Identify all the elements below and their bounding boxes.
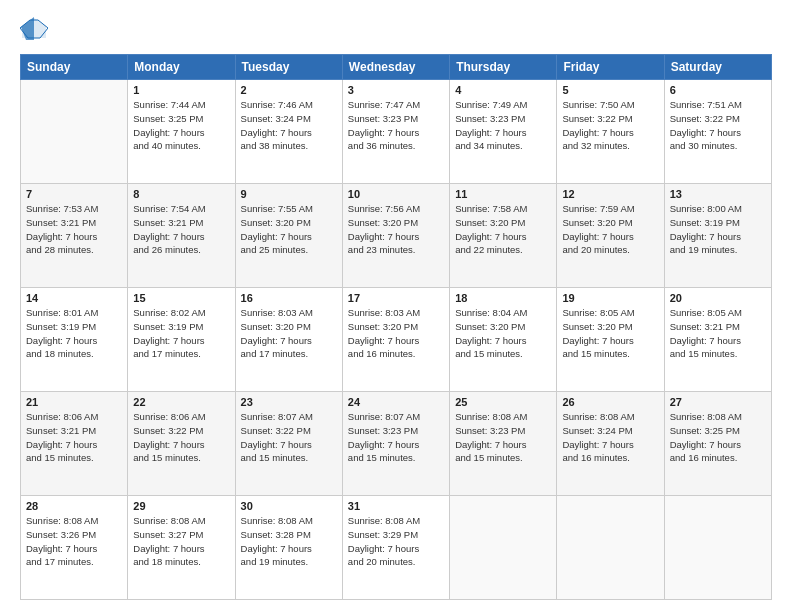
day-number: 28 — [26, 500, 122, 512]
day-number: 13 — [670, 188, 766, 200]
calendar-cell: 25Sunrise: 8:08 AMSunset: 3:23 PMDayligh… — [450, 392, 557, 496]
calendar-cell: 22Sunrise: 8:06 AMSunset: 3:22 PMDayligh… — [128, 392, 235, 496]
day-info: Sunrise: 7:46 AMSunset: 3:24 PMDaylight:… — [241, 98, 337, 153]
calendar-cell: 23Sunrise: 8:07 AMSunset: 3:22 PMDayligh… — [235, 392, 342, 496]
day-info: Sunrise: 7:49 AMSunset: 3:23 PMDaylight:… — [455, 98, 551, 153]
day-number: 25 — [455, 396, 551, 408]
logo — [20, 16, 52, 44]
day-number: 8 — [133, 188, 229, 200]
day-number: 9 — [241, 188, 337, 200]
week-row-5: 28Sunrise: 8:08 AMSunset: 3:26 PMDayligh… — [21, 496, 772, 600]
day-info: Sunrise: 8:08 AMSunset: 3:27 PMDaylight:… — [133, 514, 229, 569]
day-number: 6 — [670, 84, 766, 96]
calendar-cell: 3Sunrise: 7:47 AMSunset: 3:23 PMDaylight… — [342, 80, 449, 184]
week-row-4: 21Sunrise: 8:06 AMSunset: 3:21 PMDayligh… — [21, 392, 772, 496]
week-row-1: 1Sunrise: 7:44 AMSunset: 3:25 PMDaylight… — [21, 80, 772, 184]
calendar-cell: 4Sunrise: 7:49 AMSunset: 3:23 PMDaylight… — [450, 80, 557, 184]
calendar: SundayMondayTuesdayWednesdayThursdayFrid… — [20, 54, 772, 600]
day-number: 20 — [670, 292, 766, 304]
day-number: 14 — [26, 292, 122, 304]
day-info: Sunrise: 8:02 AMSunset: 3:19 PMDaylight:… — [133, 306, 229, 361]
day-info: Sunrise: 8:00 AMSunset: 3:19 PMDaylight:… — [670, 202, 766, 257]
day-info: Sunrise: 7:56 AMSunset: 3:20 PMDaylight:… — [348, 202, 444, 257]
weekday-header-saturday: Saturday — [664, 55, 771, 80]
page: SundayMondayTuesdayWednesdayThursdayFrid… — [0, 0, 792, 612]
weekday-header-thursday: Thursday — [450, 55, 557, 80]
day-info: Sunrise: 8:06 AMSunset: 3:22 PMDaylight:… — [133, 410, 229, 465]
day-info: Sunrise: 7:59 AMSunset: 3:20 PMDaylight:… — [562, 202, 658, 257]
day-number: 5 — [562, 84, 658, 96]
weekday-header-friday: Friday — [557, 55, 664, 80]
calendar-cell — [557, 496, 664, 600]
calendar-cell: 9Sunrise: 7:55 AMSunset: 3:20 PMDaylight… — [235, 184, 342, 288]
header — [20, 16, 772, 44]
day-number: 30 — [241, 500, 337, 512]
calendar-cell: 28Sunrise: 8:08 AMSunset: 3:26 PMDayligh… — [21, 496, 128, 600]
weekday-header-monday: Monday — [128, 55, 235, 80]
weekday-row: SundayMondayTuesdayWednesdayThursdayFrid… — [21, 55, 772, 80]
weekday-header-sunday: Sunday — [21, 55, 128, 80]
day-number: 21 — [26, 396, 122, 408]
day-info: Sunrise: 7:44 AMSunset: 3:25 PMDaylight:… — [133, 98, 229, 153]
day-info: Sunrise: 8:08 AMSunset: 3:23 PMDaylight:… — [455, 410, 551, 465]
day-number: 22 — [133, 396, 229, 408]
calendar-cell: 17Sunrise: 8:03 AMSunset: 3:20 PMDayligh… — [342, 288, 449, 392]
calendar-cell — [450, 496, 557, 600]
calendar-cell: 7Sunrise: 7:53 AMSunset: 3:21 PMDaylight… — [21, 184, 128, 288]
day-number: 2 — [241, 84, 337, 96]
day-info: Sunrise: 8:03 AMSunset: 3:20 PMDaylight:… — [241, 306, 337, 361]
calendar-cell: 5Sunrise: 7:50 AMSunset: 3:22 PMDaylight… — [557, 80, 664, 184]
day-info: Sunrise: 8:07 AMSunset: 3:22 PMDaylight:… — [241, 410, 337, 465]
calendar-cell: 15Sunrise: 8:02 AMSunset: 3:19 PMDayligh… — [128, 288, 235, 392]
calendar-cell: 20Sunrise: 8:05 AMSunset: 3:21 PMDayligh… — [664, 288, 771, 392]
calendar-cell: 11Sunrise: 7:58 AMSunset: 3:20 PMDayligh… — [450, 184, 557, 288]
day-info: Sunrise: 7:51 AMSunset: 3:22 PMDaylight:… — [670, 98, 766, 153]
day-info: Sunrise: 8:06 AMSunset: 3:21 PMDaylight:… — [26, 410, 122, 465]
calendar-cell: 2Sunrise: 7:46 AMSunset: 3:24 PMDaylight… — [235, 80, 342, 184]
day-info: Sunrise: 7:55 AMSunset: 3:20 PMDaylight:… — [241, 202, 337, 257]
day-info: Sunrise: 8:07 AMSunset: 3:23 PMDaylight:… — [348, 410, 444, 465]
day-info: Sunrise: 7:47 AMSunset: 3:23 PMDaylight:… — [348, 98, 444, 153]
day-info: Sunrise: 7:54 AMSunset: 3:21 PMDaylight:… — [133, 202, 229, 257]
calendar-cell: 21Sunrise: 8:06 AMSunset: 3:21 PMDayligh… — [21, 392, 128, 496]
day-number: 11 — [455, 188, 551, 200]
calendar-body: 1Sunrise: 7:44 AMSunset: 3:25 PMDaylight… — [21, 80, 772, 600]
calendar-cell — [664, 496, 771, 600]
day-number: 27 — [670, 396, 766, 408]
day-number: 1 — [133, 84, 229, 96]
week-row-3: 14Sunrise: 8:01 AMSunset: 3:19 PMDayligh… — [21, 288, 772, 392]
day-number: 19 — [562, 292, 658, 304]
calendar-cell: 31Sunrise: 8:08 AMSunset: 3:29 PMDayligh… — [342, 496, 449, 600]
day-info: Sunrise: 8:08 AMSunset: 3:29 PMDaylight:… — [348, 514, 444, 569]
day-info: Sunrise: 8:03 AMSunset: 3:20 PMDaylight:… — [348, 306, 444, 361]
calendar-cell: 29Sunrise: 8:08 AMSunset: 3:27 PMDayligh… — [128, 496, 235, 600]
calendar-header: SundayMondayTuesdayWednesdayThursdayFrid… — [21, 55, 772, 80]
day-number: 26 — [562, 396, 658, 408]
calendar-cell: 24Sunrise: 8:07 AMSunset: 3:23 PMDayligh… — [342, 392, 449, 496]
day-info: Sunrise: 8:05 AMSunset: 3:20 PMDaylight:… — [562, 306, 658, 361]
logo-icon — [20, 16, 48, 44]
day-info: Sunrise: 7:50 AMSunset: 3:22 PMDaylight:… — [562, 98, 658, 153]
calendar-cell — [21, 80, 128, 184]
day-info: Sunrise: 8:04 AMSunset: 3:20 PMDaylight:… — [455, 306, 551, 361]
day-info: Sunrise: 8:01 AMSunset: 3:19 PMDaylight:… — [26, 306, 122, 361]
calendar-cell: 16Sunrise: 8:03 AMSunset: 3:20 PMDayligh… — [235, 288, 342, 392]
calendar-cell: 26Sunrise: 8:08 AMSunset: 3:24 PMDayligh… — [557, 392, 664, 496]
day-number: 15 — [133, 292, 229, 304]
weekday-header-wednesday: Wednesday — [342, 55, 449, 80]
day-info: Sunrise: 8:08 AMSunset: 3:24 PMDaylight:… — [562, 410, 658, 465]
week-row-2: 7Sunrise: 7:53 AMSunset: 3:21 PMDaylight… — [21, 184, 772, 288]
weekday-header-tuesday: Tuesday — [235, 55, 342, 80]
day-number: 18 — [455, 292, 551, 304]
day-info: Sunrise: 7:53 AMSunset: 3:21 PMDaylight:… — [26, 202, 122, 257]
calendar-cell: 14Sunrise: 8:01 AMSunset: 3:19 PMDayligh… — [21, 288, 128, 392]
calendar-cell: 12Sunrise: 7:59 AMSunset: 3:20 PMDayligh… — [557, 184, 664, 288]
day-info: Sunrise: 8:08 AMSunset: 3:25 PMDaylight:… — [670, 410, 766, 465]
day-number: 29 — [133, 500, 229, 512]
day-number: 12 — [562, 188, 658, 200]
day-number: 17 — [348, 292, 444, 304]
day-number: 3 — [348, 84, 444, 96]
day-number: 10 — [348, 188, 444, 200]
day-number: 16 — [241, 292, 337, 304]
day-number: 23 — [241, 396, 337, 408]
